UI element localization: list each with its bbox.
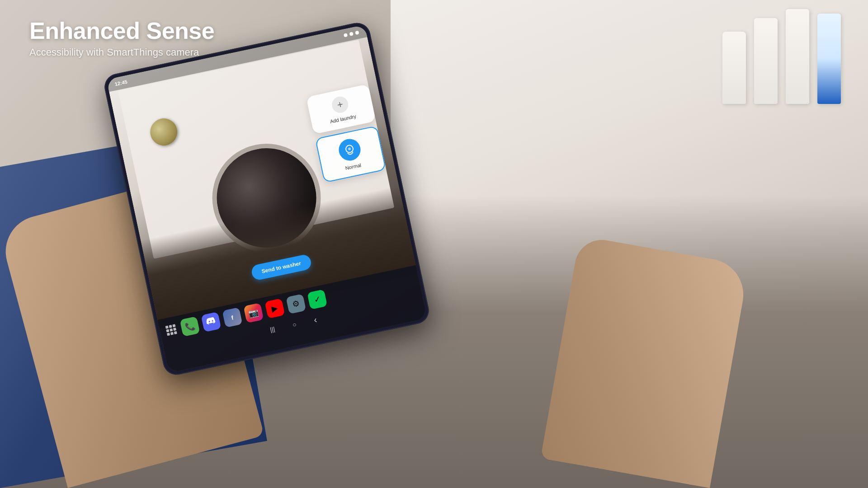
status-time: 12:45 [114,79,128,87]
home-button[interactable]: ○ [292,319,297,330]
bottle-1 [722,32,746,104]
app-phone-icon[interactable]: 📞 [179,316,200,337]
grid-dot [170,332,174,335]
grid-dot [170,328,173,332]
svg-point-1 [348,147,351,150]
wash-icon-svg [342,142,357,157]
plus-icon: + [330,95,350,114]
wifi-icon [349,32,353,36]
bottle-3 [786,9,809,104]
app-settings-icon[interactable]: ⚙ [286,294,306,314]
shelf-bottles [722,9,841,104]
normal-label: Normal [345,162,362,171]
grid-dot [166,329,169,332]
bottle-2 [754,18,778,104]
grid-dot [172,324,175,327]
grid-dot [167,333,170,336]
text-overlay: Enhanced Sense Accessibility with SmartT… [29,18,214,58]
wash-mode-icon [337,137,363,163]
recent-apps-button[interactable]: ||| [269,324,276,335]
bottle-4 [817,14,841,104]
grid-dot [165,326,169,329]
app-grid-button[interactable] [165,324,178,337]
app-meta-icon[interactable]: f [222,307,242,328]
background-scene: 12:45 + Add laundry [0,0,868,488]
app-green-icon[interactable]: ✓ [307,289,327,310]
grid-dot [169,325,172,328]
page-title: Enhanced Sense [29,18,214,44]
discord-svg [205,316,217,328]
grid-dot [173,328,176,331]
back-button[interactable]: ‹ [313,314,318,325]
page-subtitle: Accessibility with SmartThings camera [29,47,214,58]
phone-screen: 12:45 + Add laundry [106,25,427,373]
status-icons [344,31,359,38]
app-youtube-icon[interactable]: ▶ [264,298,285,319]
camera-washer-knob [148,116,180,148]
app-discord-icon[interactable] [201,312,221,332]
app-instagram-icon[interactable]: 📷 [243,303,264,323]
grid-dot [174,331,177,334]
add-laundry-label: Add laundry [330,113,357,124]
battery-icon [355,31,359,35]
signal-icon [344,33,348,37]
